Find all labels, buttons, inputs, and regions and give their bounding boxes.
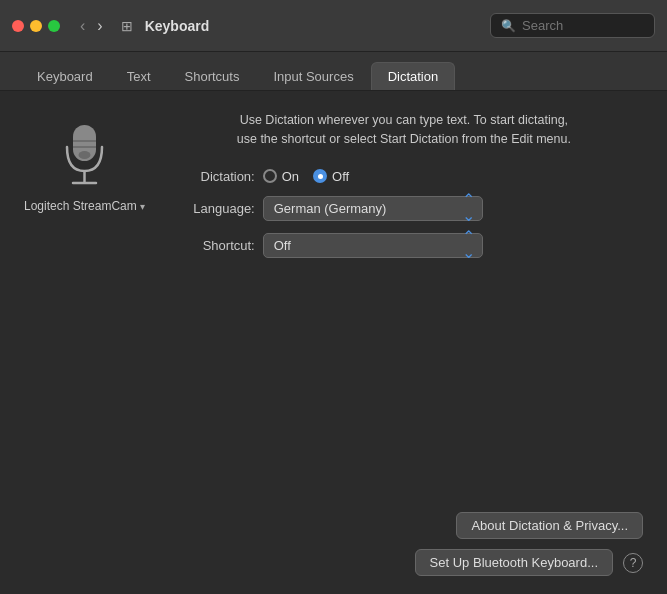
language-select[interactable]: German (Germany) bbox=[263, 196, 483, 221]
search-input[interactable] bbox=[522, 18, 642, 33]
camera-section: Logitech StreamCam ▾ bbox=[24, 111, 145, 258]
dictation-off-label: Off bbox=[332, 169, 349, 184]
dictation-label: Dictation: bbox=[165, 169, 255, 184]
dictation-on-option[interactable]: On bbox=[263, 169, 299, 184]
chevron-down-icon: ▾ bbox=[140, 201, 145, 212]
maximize-button[interactable] bbox=[48, 20, 60, 32]
window-title: Keyboard bbox=[145, 18, 482, 34]
search-icon: 🔍 bbox=[501, 19, 516, 33]
nav-arrows: ‹ › bbox=[76, 16, 107, 36]
svg-point-3 bbox=[78, 151, 90, 159]
bottom-area: About Dictation & Privacy... Set Up Blue… bbox=[415, 512, 643, 576]
help-button[interactable]: ? bbox=[623, 553, 643, 573]
back-button[interactable]: ‹ bbox=[76, 16, 89, 36]
dictation-off-option[interactable]: Off bbox=[313, 169, 349, 184]
traffic-lights bbox=[12, 20, 60, 32]
tab-input-sources[interactable]: Input Sources bbox=[256, 62, 370, 90]
shortcut-select[interactable]: Off bbox=[263, 233, 483, 258]
bottom-row: Set Up Bluetooth Keyboard... ? bbox=[415, 549, 643, 576]
tab-shortcuts[interactable]: Shortcuts bbox=[168, 62, 257, 90]
radio-off-circle bbox=[313, 169, 327, 183]
language-row: Language: German (Germany) ⌃⌄ bbox=[165, 196, 643, 221]
tab-dictation[interactable]: Dictation bbox=[371, 62, 456, 90]
radio-on-circle bbox=[263, 169, 277, 183]
dictation-row: Dictation: On Off bbox=[165, 169, 643, 184]
camera-name: Logitech StreamCam bbox=[24, 199, 137, 213]
tabbar: Keyboard Text Shortcuts Input Sources Di… bbox=[0, 52, 667, 91]
microphone-icon bbox=[49, 121, 119, 191]
search-box[interactable]: 🔍 bbox=[490, 13, 655, 38]
language-select-wrap: German (Germany) ⌃⌄ bbox=[263, 196, 483, 221]
controls-section: Use Dictation wherever you can type text… bbox=[165, 111, 643, 258]
dictation-on-label: On bbox=[282, 169, 299, 184]
minimize-button[interactable] bbox=[30, 20, 42, 32]
grid-icon: ⊞ bbox=[121, 18, 133, 34]
forward-button[interactable]: › bbox=[93, 16, 106, 36]
titlebar: ‹ › ⊞ Keyboard 🔍 bbox=[0, 0, 667, 52]
dictation-radio-group: On Off bbox=[263, 169, 349, 184]
tab-text[interactable]: Text bbox=[110, 62, 168, 90]
close-button[interactable] bbox=[12, 20, 24, 32]
setup-bluetooth-button[interactable]: Set Up Bluetooth Keyboard... bbox=[415, 549, 613, 576]
about-dictation-button[interactable]: About Dictation & Privacy... bbox=[456, 512, 643, 539]
camera-label[interactable]: Logitech StreamCam ▾ bbox=[24, 199, 145, 213]
language-label: Language: bbox=[165, 201, 255, 216]
shortcut-label: Shortcut: bbox=[165, 238, 255, 253]
shortcut-select-wrap: Off ⌃⌄ bbox=[263, 233, 483, 258]
content-area: Logitech StreamCam ▾ Use Dictation where… bbox=[0, 91, 667, 590]
description-text: Use Dictation wherever you can type text… bbox=[165, 111, 643, 149]
shortcut-row: Shortcut: Off ⌃⌄ bbox=[165, 233, 643, 258]
content-inner: Logitech StreamCam ▾ Use Dictation where… bbox=[24, 111, 643, 258]
tab-keyboard[interactable]: Keyboard bbox=[20, 62, 110, 90]
